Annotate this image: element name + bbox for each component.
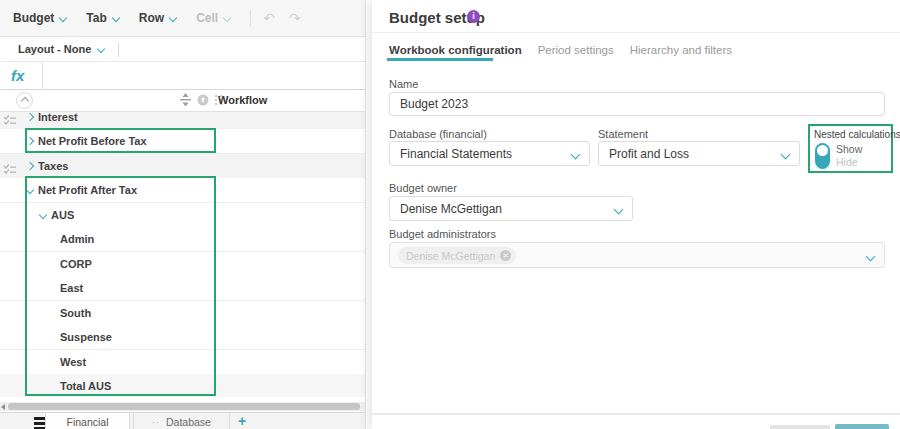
layout-selector[interactable]: Layout - None [18,43,104,55]
admin-chip-label: Denise McGettigan [406,250,495,262]
name-input[interactable] [389,92,885,116]
row-label: South [60,307,91,319]
row-suspense[interactable]: Suspense [0,325,365,350]
nested-calculations-toggle[interactable] [815,143,830,169]
budget-setup-panel: Budget setup i Workbook configurationPer… [372,0,900,429]
status-circle-icon[interactable] [197,94,209,106]
tab-drag-dots-icon: ·· [152,417,160,427]
menu-label: Budget [13,11,54,25]
menu-label: Tab [86,11,106,25]
footer-secondary-button[interactable] [770,425,830,429]
sheet-tab-financial[interactable]: Financial [45,413,130,429]
chevron-up-icon [20,96,28,104]
row-admin[interactable]: Admin [0,227,365,252]
row-interest[interactable]: Interest [0,112,365,130]
active-tab-underline [387,58,493,61]
tab-hierarchy-and-filters[interactable]: Hierarchy and filters [630,44,732,64]
collapse-all-button[interactable] [16,92,33,109]
row-label: Interest [38,112,78,123]
row-label: Total AUS [60,380,111,392]
row-total-aus[interactable]: Total AUS [0,374,365,397]
row-west[interactable]: West [0,350,365,375]
menu-row[interactable]: Row [139,11,176,25]
chevron-down-icon [97,45,105,53]
statement-label: Statement [598,128,648,140]
chevron-down-icon [169,14,177,22]
sheet-tab-label: Financial [66,416,108,428]
workflow-checklist-icon [3,161,16,179]
row-net-profit-before-tax[interactable]: Net Profit Before Tax [0,129,365,154]
layout-bar: Layout - None [0,37,365,62]
row-label: AUS [51,209,74,221]
chevron-down-icon [112,14,120,22]
workflow-column-icons [180,93,222,107]
budget-owner-dropdown[interactable]: Denise McGettigan [389,196,633,221]
tab-workbook-configuration[interactable]: Workbook configuration [389,44,522,64]
formula-bar[interactable]: fx [0,62,365,90]
chevron-down-icon [614,205,624,215]
add-sheet-button[interactable]: + [238,413,246,429]
sheet-tab-bar: + Financial··Database [0,412,365,429]
menu-budget[interactable]: Budget [13,11,66,25]
highlight-box-nested-calculations: Nested calculations Show Hide [808,124,893,173]
row-resize-icon[interactable] [180,93,191,107]
row-label: Admin [60,233,94,245]
chevron-down-icon [571,150,581,160]
panel-tabs: Workbook configurationPeriod settingsHie… [389,44,732,64]
row-label: Suspense [60,331,112,343]
layout-divider [118,42,119,57]
chip-remove-icon[interactable]: ✕ [500,250,511,261]
budget-administrators-field[interactable]: Denise McGettigan✕ [389,242,885,268]
workflow-checklist-icon [3,112,16,130]
row-label: Net Profit After Tax [38,184,137,196]
tab-period-settings[interactable]: Period settings [538,44,614,64]
redo-icon[interactable]: ↷ [289,11,301,25]
row-label: Taxes [38,160,68,172]
admin-chip: Denise McGettigan✕ [398,247,516,264]
sheet-tab-database[interactable]: ··Database [133,413,230,429]
info-icon[interactable]: i [467,10,480,23]
row-corp[interactable]: CORP [0,252,365,277]
menu-label: Cell [196,11,218,25]
budget-owner-value: Denise McGettigan [400,202,502,216]
expand-icon[interactable] [26,137,34,145]
row-net-profit-after-tax[interactable]: Net Profit After Tax [0,178,365,203]
statement-dropdown[interactable]: Profit and Loss [598,141,800,166]
row-label: West [60,356,86,368]
toggle-option-hide[interactable]: Hide [836,156,858,168]
chevron-down-icon [866,252,876,262]
row-grid: InterestNet Profit Before TaxTaxesNet Pr… [0,112,365,397]
row-east[interactable]: East [0,276,365,301]
row-label: East [60,282,83,294]
layout-label: Layout - None [18,43,91,55]
database-dropdown[interactable]: Financial Statements [389,141,590,166]
panel-header: Budget setup i [372,0,900,33]
row-label: CORP [60,258,92,270]
undo-icon[interactable]: ↶ [263,11,275,25]
row-aus[interactable]: AUS [0,203,365,228]
main-toolbar: BudgetTabRowCell ↶ ↷ [0,0,365,37]
expand-icon[interactable] [26,161,34,169]
horizontal-scrollbar[interactable] [0,402,365,411]
chevron-down-icon [59,14,67,22]
row-taxes[interactable]: Taxes [0,154,365,179]
app-window: BudgetTabRowCell ↶ ↷ Layout - None fx [0,0,900,429]
fx-icon: fx [11,67,24,84]
formula-bar-divider [42,62,43,90]
row-label: Net Profit Before Tax [38,135,147,147]
toggle-option-show[interactable]: Show [836,143,862,155]
database-label: Database (financial) [389,128,487,140]
scroll-left-arrow-icon[interactable] [1,404,5,410]
expand-icon[interactable] [26,112,34,120]
scrollbar-thumb[interactable] [8,403,360,410]
footer-primary-button[interactable] [835,424,889,429]
chevron-down-icon [223,14,231,22]
row-south[interactable]: South [0,301,365,326]
budget-administrators-label: Budget administrators [389,228,496,240]
menu-cell[interactable]: Cell [196,11,230,25]
collapse-icon[interactable] [39,210,47,218]
grid-header-row: Workflow [0,90,365,112]
collapse-icon[interactable] [26,186,34,194]
statement-value: Profit and Loss [609,147,689,161]
menu-tab[interactable]: Tab [86,11,118,25]
